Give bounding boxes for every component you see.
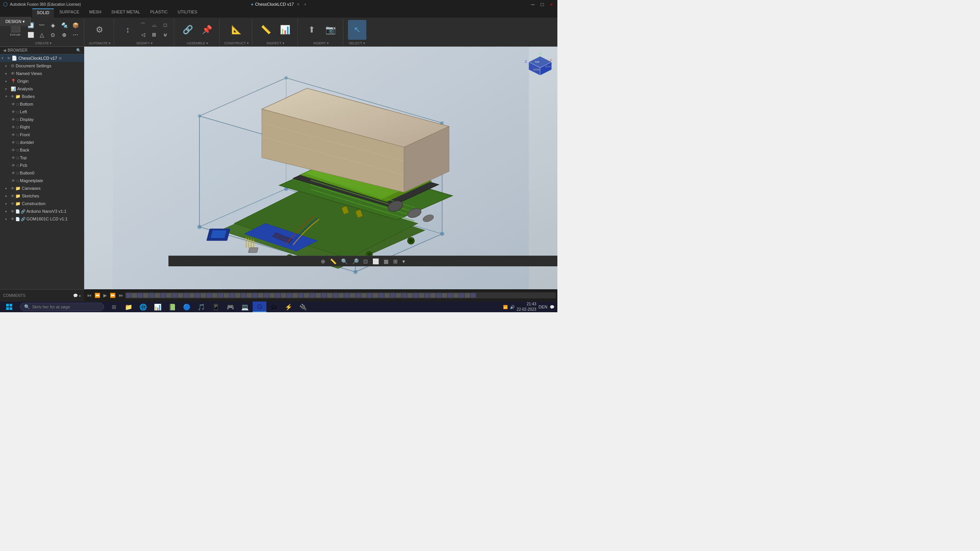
- tab-utilities[interactable]: UTILITIES: [173, 8, 202, 18]
- shell-btn[interactable]: □: [160, 21, 171, 30]
- press-pull-button[interactable]: ↕: [119, 20, 137, 40]
- taskbar-filemanager-btn[interactable]: 🗂: [267, 302, 281, 312]
- create-btn-8[interactable]: 📦: [70, 21, 81, 30]
- tab-plastic[interactable]: PLASTIC: [145, 8, 172, 18]
- browser-item-top[interactable]: 👁 □ Top: [0, 154, 84, 161]
- browser-item-gom[interactable]: ▸ 👁 📄 🔗 GOM1601C LCD v1:1: [0, 215, 84, 223]
- close-button[interactable]: ×: [548, 2, 554, 7]
- create-btn-5[interactable]: △: [36, 30, 47, 39]
- measure-bottom-icon[interactable]: 📏: [328, 258, 338, 265]
- tab-surface[interactable]: SURFACE: [55, 8, 84, 18]
- browser-item-dontdel[interactable]: 👁 □ dontdel: [0, 139, 84, 146]
- language-indicator[interactable]: DEN: [539, 305, 547, 309]
- analysis-expand-icon[interactable]: ▸: [5, 87, 11, 91]
- orientation-cube[interactable]: X Y Z TOP FRONT RIGHT: [523, 51, 554, 81]
- browser-search-icon[interactable]: 🔍: [76, 48, 81, 52]
- taskbar-edge-btn[interactable]: 🌐: [136, 302, 150, 312]
- display-vis-icon[interactable]: 👁: [11, 117, 15, 122]
- tab-solid[interactable]: SOLID: [32, 8, 54, 18]
- taskbar-app1-btn[interactable]: 📱: [209, 302, 223, 312]
- measure-button[interactable]: 📏: [257, 20, 275, 40]
- inspect-bottom-icon[interactable]: 🔍: [340, 258, 349, 265]
- chamfer-btn[interactable]: ⌓: [149, 21, 160, 30]
- taskbar-fusion-btn[interactable]: ⬡: [253, 302, 266, 312]
- origin-expand-icon[interactable]: ▸: [5, 79, 11, 83]
- browser-item-canvases[interactable]: ▸ 👁 📁 Canvases: [0, 184, 84, 192]
- rigid-group-button[interactable]: 📌: [198, 20, 216, 40]
- arduino-vis-icon[interactable]: 👁: [11, 209, 15, 214]
- close-tab-icon[interactable]: ×: [297, 2, 299, 7]
- create-btn-9[interactable]: ⊕: [59, 30, 70, 39]
- browser-item-doc-settings[interactable]: ▸ ⚙ Document Settings: [0, 62, 84, 70]
- timeline-next-btn[interactable]: ⏩: [109, 292, 117, 299]
- create-btn-7[interactable]: 🔩: [59, 21, 70, 30]
- comments-icon[interactable]: 💬: [73, 293, 78, 298]
- arduino-expand-icon[interactable]: ▸: [5, 209, 11, 213]
- root-settings-icon[interactable]: ⚙: [59, 56, 62, 60]
- taskbar-circuit-btn[interactable]: 🔌: [296, 302, 310, 312]
- construction-expand-icon[interactable]: ▸: [5, 202, 11, 205]
- grid-icon[interactable]: ⊞: [392, 258, 399, 265]
- design-mode-dropdown[interactable]: DESIGN ▾: [0, 17, 31, 26]
- view-cube-icon[interactable]: ⬜: [371, 258, 381, 265]
- main-viewport[interactable]: X Y Z TOP FRONT RIGHT ⊕ 📏 🔍 🔎 ⊡ ⬜ ▦ ⊞ ▾: [84, 47, 557, 289]
- tab-mesh[interactable]: MESH: [85, 8, 106, 18]
- doc-expand-icon[interactable]: ▸: [5, 64, 11, 68]
- maximize-button[interactable]: □: [539, 2, 546, 7]
- sketches-expand-icon[interactable]: ▸: [5, 194, 11, 198]
- browser-collapse-icon[interactable]: ◀: [3, 48, 6, 52]
- 3d-scene[interactable]: X Y Z TOP FRONT RIGHT: [84, 47, 557, 289]
- network-icon[interactable]: 📶: [503, 305, 508, 309]
- more-view-icon[interactable]: ▾: [401, 258, 407, 265]
- browser-root-item[interactable]: ▾ 👁 📄 ChessClockLCD v17 ⚙: [0, 54, 84, 62]
- magnetplate-vis-icon[interactable]: 👁: [11, 179, 15, 183]
- timeline-last-btn[interactable]: ⏭: [118, 292, 124, 299]
- front-vis-icon[interactable]: 👁: [11, 133, 15, 137]
- browser-item-arduino[interactable]: ▸ 👁 📄 🔗 Arduino NanoV3 v1:1: [0, 207, 84, 215]
- browser-item-named-views[interactable]: ▸ 👁 Named Views: [0, 70, 84, 77]
- pcb-vis-icon[interactable]: 👁: [11, 163, 15, 168]
- fillet-btn[interactable]: ⌒: [138, 21, 149, 30]
- notification-icon[interactable]: 💬: [550, 305, 554, 309]
- browser-item-right[interactable]: 👁 □ Right: [0, 123, 84, 131]
- taskbar-explorer-btn[interactable]: 📁: [122, 302, 136, 312]
- browser-item-construction[interactable]: ▸ 👁 📁 Construction: [0, 200, 84, 207]
- timeline-play-btn[interactable]: ▶: [102, 292, 108, 299]
- scale-btn[interactable]: ⊞: [149, 30, 160, 39]
- automate-button[interactable]: ⚙: [90, 20, 109, 40]
- combine-btn[interactable]: ⊎: [160, 30, 171, 39]
- browser-item-magnetplate[interactable]: 👁 □ Magnetplate: [0, 177, 84, 184]
- taskbar-arduino-ide-btn[interactable]: ⚡: [282, 302, 296, 312]
- taskbar-steam-btn[interactable]: 🎮: [224, 302, 237, 312]
- top-vis-icon[interactable]: 👁: [11, 156, 15, 160]
- select-button[interactable]: ↖: [348, 20, 366, 40]
- root-expand-icon[interactable]: ▾: [2, 56, 7, 60]
- create-btn-6[interactable]: ⊙: [47, 30, 58, 39]
- browser-item-analysis[interactable]: ▸ 📊 Analysis: [0, 85, 84, 93]
- gom-vis-icon[interactable]: 👁: [11, 217, 15, 221]
- clock-date[interactable]: 21:43 22-02-2023: [517, 302, 536, 312]
- construction-vis-icon[interactable]: 👁: [11, 202, 15, 206]
- timeline-first-btn[interactable]: ⏮: [86, 292, 93, 299]
- comments-expand-icon[interactable]: ▸: [79, 293, 81, 298]
- browser-item-origin[interactable]: ▸ 📍 Origin: [0, 77, 84, 85]
- construct-button[interactable]: 📐: [227, 20, 246, 40]
- bodies-vis-icon[interactable]: 👁: [11, 95, 15, 99]
- joint-button[interactable]: 🔗: [179, 20, 197, 40]
- taskbar-start-button[interactable]: [0, 302, 18, 312]
- browser-item-sketches[interactable]: ▸ 👁 📁 Sketches: [0, 192, 84, 200]
- draft-btn[interactable]: ◁: [138, 30, 149, 39]
- taskbar-excel-btn[interactable]: 📗: [165, 302, 179, 312]
- taskbar-powerpoint-btn[interactable]: 📊: [151, 302, 165, 312]
- minimize-button[interactable]: ─: [529, 2, 536, 7]
- taskbar-multitasking-btn[interactable]: ⊞: [107, 302, 121, 312]
- browser-item-bottom[interactable]: 👁 □ Bottom: [0, 100, 84, 108]
- browser-item-pcb[interactable]: 👁 □ Pcb: [0, 161, 84, 169]
- dontdel-vis-icon[interactable]: 👁: [11, 140, 15, 145]
- insert-derive-button[interactable]: ⬆: [302, 20, 321, 40]
- back-vis-icon[interactable]: 👁: [11, 148, 15, 152]
- named-views-expand-icon[interactable]: ▸: [5, 72, 11, 75]
- taskbar-spotify-btn[interactable]: 🎵: [194, 302, 208, 312]
- browser-item-left[interactable]: 👁 □ Left: [0, 108, 84, 116]
- new-tab-icon[interactable]: +: [304, 2, 306, 7]
